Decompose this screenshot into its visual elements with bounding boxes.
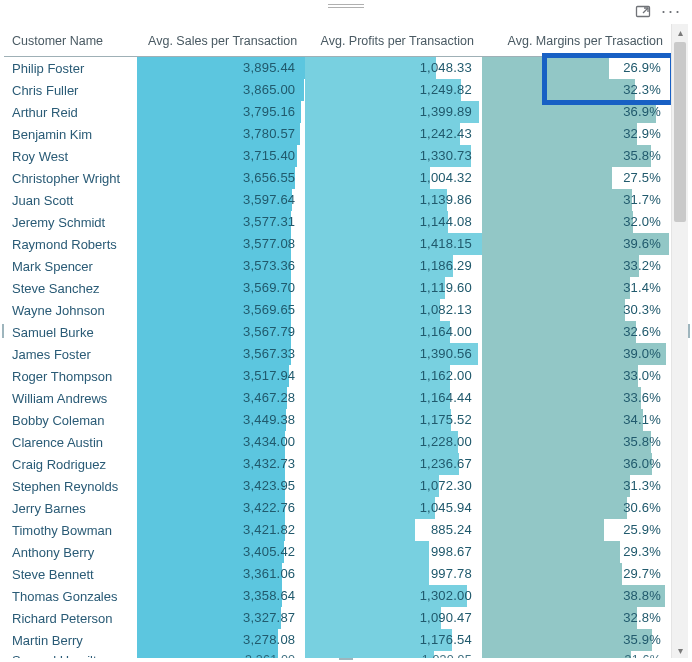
cell-name[interactable]: Samuel Burke — [4, 321, 137, 343]
cell-name[interactable]: Stephen Reynolds — [4, 475, 137, 497]
cell-margin[interactable]: 32.0% — [482, 211, 671, 233]
cell-name[interactable]: Chris Fuller — [4, 79, 137, 101]
table-row[interactable]: Steve Bennett3,361.06997.7829.7% — [4, 563, 671, 585]
cell-sales[interactable]: 3,358.64 — [137, 585, 305, 607]
cell-margin[interactable]: 33.6% — [482, 387, 671, 409]
cell-margin[interactable]: 25.9% — [482, 519, 671, 541]
cell-profit[interactable]: 1,164.00 — [305, 321, 482, 343]
cell-margin[interactable]: 38.8% — [482, 585, 671, 607]
cell-profit[interactable]: 1,330.73 — [305, 145, 482, 167]
cell-name[interactable]: Juan Scott — [4, 189, 137, 211]
cell-margin[interactable]: 31.4% — [482, 277, 671, 299]
cell-name[interactable]: Richard Peterson — [4, 607, 137, 629]
cell-margin[interactable]: 27.5% — [482, 167, 671, 189]
resize-handle-bottom[interactable] — [339, 658, 353, 660]
cell-sales[interactable]: 3,567.79 — [137, 321, 305, 343]
scroll-up-icon[interactable]: ▴ — [672, 24, 688, 40]
cell-profit[interactable]: 1,186.29 — [305, 255, 482, 277]
cell-name[interactable]: Christopher Wright — [4, 167, 137, 189]
cell-sales[interactable]: 3,261.00 — [137, 651, 305, 658]
cell-margin[interactable]: 32.3% — [482, 79, 671, 101]
table-row[interactable]: Timothy Bowman3,421.82885.2425.9% — [4, 519, 671, 541]
cell-name[interactable]: Arthur Reid — [4, 101, 137, 123]
cell-name[interactable]: Jerry Barnes — [4, 497, 137, 519]
cell-sales[interactable]: 3,780.57 — [137, 123, 305, 145]
cell-margin[interactable]: 31.3% — [482, 475, 671, 497]
cell-sales[interactable]: 3,715.40 — [137, 145, 305, 167]
table-row[interactable]: Thomas Gonzales3,358.641,302.0038.8% — [4, 585, 671, 607]
cell-name[interactable]: Benjamin Kim — [4, 123, 137, 145]
table-row[interactable]: Arthur Reid3,795.161,399.8936.9% — [4, 101, 671, 123]
cell-profit[interactable]: 1,119.60 — [305, 277, 482, 299]
cell-name[interactable]: Mark Spencer — [4, 255, 137, 277]
cell-sales[interactable]: 3,434.00 — [137, 431, 305, 453]
table-row[interactable]: Juan Scott3,597.641,139.8631.7% — [4, 189, 671, 211]
cell-profit[interactable]: 1,139.86 — [305, 189, 482, 211]
cell-sales[interactable]: 3,567.33 — [137, 343, 305, 365]
table-row[interactable]: Jeremy Schmidt3,577.311,144.0832.0% — [4, 211, 671, 233]
vertical-scrollbar[interactable]: ▴ ▾ — [671, 24, 688, 658]
cell-profit[interactable]: 998.67 — [305, 541, 482, 563]
cell-name[interactable]: Samuel Hamilton — [4, 651, 137, 658]
cell-profit[interactable]: 1,175.52 — [305, 409, 482, 431]
cell-name[interactable]: Timothy Bowman — [4, 519, 137, 541]
cell-sales[interactable]: 3,421.82 — [137, 519, 305, 541]
table-row[interactable]: Roger Thompson3,517.941,162.0033.0% — [4, 365, 671, 387]
cell-sales[interactable]: 3,895.44 — [137, 57, 305, 80]
cell-profit[interactable]: 1,249.82 — [305, 79, 482, 101]
table-row[interactable]: Benjamin Kim3,780.571,242.4332.9% — [4, 123, 671, 145]
cell-profit[interactable]: 1,030.95 — [305, 651, 482, 658]
cell-name[interactable]: Jeremy Schmidt — [4, 211, 137, 233]
cell-sales[interactable]: 3,467.28 — [137, 387, 305, 409]
cell-name[interactable]: Raymond Roberts — [4, 233, 137, 255]
cell-margin[interactable]: 31.6% — [482, 651, 671, 658]
cell-sales[interactable]: 3,422.76 — [137, 497, 305, 519]
table-row[interactable]: Anthony Berry3,405.42998.6729.3% — [4, 541, 671, 563]
cell-margin[interactable]: 39.0% — [482, 343, 671, 365]
cell-sales[interactable]: 3,432.73 — [137, 453, 305, 475]
cell-profit[interactable]: 1,302.00 — [305, 585, 482, 607]
cell-margin[interactable]: 29.7% — [482, 563, 671, 585]
table-row[interactable]: Samuel Hamilton3,261.001,030.9531.6% — [4, 651, 671, 658]
table-row[interactable]: Mark Spencer3,573.361,186.2933.2% — [4, 255, 671, 277]
header-row[interactable]: Customer Name Avg. Sales per Transaction… — [4, 24, 671, 57]
cell-margin[interactable]: 31.7% — [482, 189, 671, 211]
cell-sales[interactable]: 3,577.08 — [137, 233, 305, 255]
cell-name[interactable]: Roger Thompson — [4, 365, 137, 387]
col-header-profit[interactable]: Avg. Profits per Transaction — [305, 24, 482, 57]
table-row[interactable]: Christopher Wright3,656.551,004.3227.5% — [4, 167, 671, 189]
cell-margin[interactable]: 34.1% — [482, 409, 671, 431]
cell-margin[interactable]: 26.9% — [482, 57, 671, 80]
cell-profit[interactable]: 1,144.08 — [305, 211, 482, 233]
cell-sales[interactable]: 3,361.06 — [137, 563, 305, 585]
cell-sales[interactable]: 3,656.55 — [137, 167, 305, 189]
table-row[interactable]: Chris Fuller3,865.001,249.8232.3% — [4, 79, 671, 101]
cell-profit[interactable]: 1,164.44 — [305, 387, 482, 409]
cell-margin[interactable]: 32.8% — [482, 607, 671, 629]
cell-profit[interactable]: 1,390.56 — [305, 343, 482, 365]
cell-margin[interactable]: 36.0% — [482, 453, 671, 475]
data-table[interactable]: Customer Name Avg. Sales per Transaction… — [4, 24, 671, 658]
cell-margin[interactable]: 35.9% — [482, 629, 671, 651]
cell-sales[interactable]: 3,449.38 — [137, 409, 305, 431]
cell-margin[interactable]: 35.8% — [482, 145, 671, 167]
cell-margin[interactable]: 32.9% — [482, 123, 671, 145]
cell-name[interactable]: Roy West — [4, 145, 137, 167]
scroll-thumb[interactable] — [674, 42, 686, 222]
table-row[interactable]: William Andrews3,467.281,164.4433.6% — [4, 387, 671, 409]
cell-margin[interactable]: 35.8% — [482, 431, 671, 453]
table-row[interactable]: Clarence Austin3,434.001,228.0035.8% — [4, 431, 671, 453]
cell-name[interactable]: William Andrews — [4, 387, 137, 409]
cell-name[interactable]: James Foster — [4, 343, 137, 365]
cell-margin[interactable]: 33.0% — [482, 365, 671, 387]
cell-sales[interactable]: 3,577.31 — [137, 211, 305, 233]
cell-name[interactable]: Thomas Gonzales — [4, 585, 137, 607]
cell-name[interactable]: Clarence Austin — [4, 431, 137, 453]
table-row[interactable]: Bobby Coleman3,449.381,175.5234.1% — [4, 409, 671, 431]
cell-sales[interactable]: 3,597.64 — [137, 189, 305, 211]
cell-name[interactable]: Craig Rodriguez — [4, 453, 137, 475]
cell-sales[interactable]: 3,795.16 — [137, 101, 305, 123]
table-row[interactable]: Raymond Roberts3,577.081,418.1539.6% — [4, 233, 671, 255]
cell-name[interactable]: Philip Foster — [4, 57, 137, 80]
cell-profit[interactable]: 1,242.43 — [305, 123, 482, 145]
